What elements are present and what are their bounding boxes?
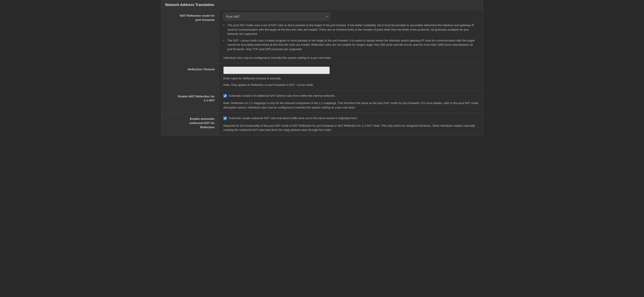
- desc-bullet-nat-reflection-mode-0: The pure NAT mode uses a set of NAT rule…: [223, 23, 478, 36]
- desc-plain-enable-nat-reflection-1to1-0: Note: Reflection on 1:1 mappings is only…: [223, 101, 478, 110]
- input-reflection-timeout[interactable]: [223, 66, 330, 74]
- label-cell-enable-automatic-outbound-nat: Enable automaticoutbound NAT forReflecti…: [161, 113, 219, 135]
- label-nat-reflection-mode: NAT Reflection mode forport forwards: [180, 14, 215, 22]
- checkbox-enable-nat-reflection-1to1[interactable]: [223, 94, 227, 98]
- select-wrapper-nat-reflection-mode: DisabledPure NATNAT + proxy▾: [223, 13, 330, 20]
- label-enable-nat-reflection-1to1: Enable NAT Reflection for1:1 NAT: [178, 94, 215, 103]
- checkbox-row-enable-automatic-outbound-nat: Automatic create outbound NAT rules that…: [223, 116, 478, 120]
- checkbox-enable-automatic-outbound-nat[interactable]: [223, 116, 227, 120]
- label-enable-automatic-outbound-nat: Enable automaticoutbound NAT forReflecti…: [190, 117, 215, 130]
- form-row-enable-automatic-outbound-nat: Enable automaticoutbound NAT forReflecti…: [161, 113, 483, 135]
- select-nat-reflection-mode[interactable]: DisabledPure NATNAT + proxy: [223, 13, 330, 20]
- nat-panel: Network Address Translation NAT Reflecti…: [161, 0, 483, 136]
- checkbox-label-enable-automatic-outbound-nat: Automatic create outbound NAT rules that…: [229, 116, 358, 120]
- label-cell-enable-nat-reflection-1to1: Enable NAT Reflection for1:1 NAT: [161, 90, 219, 113]
- label-cell-reflection-timeout: Reflection Timeout: [161, 64, 219, 90]
- desc-plain-nat-reflection-mode-0: Individual rules may be configured to ov…: [223, 56, 478, 60]
- desc-plain-enable-automatic-outbound-nat-0: Required for full functionality of the p…: [223, 124, 478, 132]
- content-cell-reflection-timeout: Enter value for Reflection timeout in se…: [219, 64, 483, 90]
- desc-list-nat-reflection-mode: The pure NAT mode uses a set of NAT rule…: [223, 23, 478, 54]
- form-row-reflection-timeout: Reflection TimeoutEnter value for Reflec…: [161, 64, 483, 90]
- desc-bullet-nat-reflection-mode-1: The NAT + proxy mode uses a helper progr…: [223, 38, 478, 52]
- content-cell-enable-automatic-outbound-nat: Automatic create outbound NAT rules that…: [219, 113, 483, 135]
- form-row-enable-nat-reflection-1to1: Enable NAT Reflection for1:1 NATAutomati…: [161, 90, 483, 113]
- checkbox-label-enable-nat-reflection-1to1: Automatic creation of additional NAT red…: [229, 94, 336, 98]
- label-cell-nat-reflection-mode: NAT Reflection mode forport forwards: [161, 10, 219, 63]
- desc-plain-reflection-timeout-0: Enter value for Reflection timeout in se…: [223, 76, 478, 81]
- form-row-nat-reflection-mode: NAT Reflection mode forport forwardsDisa…: [161, 10, 483, 64]
- desc-plain-reflection-timeout-1: Note: Only applies to Reflection on port…: [223, 83, 478, 87]
- panel-title: Network Address Translation: [165, 3, 214, 7]
- checkbox-row-enable-nat-reflection-1to1: Automatic creation of additional NAT red…: [223, 94, 478, 98]
- content-cell-enable-nat-reflection-1to1: Automatic creation of additional NAT red…: [219, 90, 483, 113]
- content-cell-nat-reflection-mode: DisabledPure NATNAT + proxy▾The pure NAT…: [219, 10, 483, 63]
- label-reflection-timeout: Reflection Timeout: [188, 68, 215, 72]
- panel-header: Network Address Translation: [161, 0, 483, 10]
